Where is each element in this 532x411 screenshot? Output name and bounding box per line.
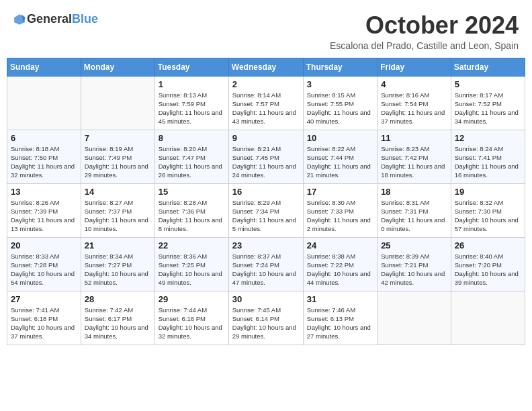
day-info: Sunrise: 8:21 AM Sunset: 7:45 PM Dayligh…: [232, 144, 300, 180]
day-info: Sunrise: 8:23 AM Sunset: 7:42 PM Dayligh…: [381, 144, 447, 180]
calendar-cell: 17Sunrise: 8:30 AM Sunset: 7:33 PM Dayli…: [303, 183, 377, 237]
day-number: 18: [381, 187, 447, 197]
day-number: 23: [232, 240, 300, 250]
calendar-table: SundayMondayTuesdayWednesdayThursdayFrid…: [7, 58, 525, 345]
calendar-week-row: 1Sunrise: 8:13 AM Sunset: 7:59 PM Daylig…: [7, 76, 525, 130]
calendar-cell: 10Sunrise: 8:22 AM Sunset: 7:44 PM Dayli…: [303, 130, 377, 183]
page-header: GeneralBlue October 2024 Escalona del Pr…: [7, 7, 525, 54]
calendar-cell: 30Sunrise: 7:45 AM Sunset: 6:14 PM Dayli…: [228, 291, 303, 345]
day-number: 27: [11, 294, 77, 304]
calendar-header-row: SundayMondayTuesdayWednesdayThursdayFrid…: [7, 58, 525, 76]
day-number: 31: [307, 294, 373, 304]
day-number: 29: [159, 294, 225, 304]
calendar-cell: 12Sunrise: 8:24 AM Sunset: 7:41 PM Dayli…: [451, 130, 525, 183]
day-number: 22: [159, 240, 225, 250]
day-info: Sunrise: 8:30 AM Sunset: 7:33 PM Dayligh…: [307, 198, 373, 234]
day-number: 5: [455, 79, 521, 89]
column-header-wednesday: Wednesday: [228, 58, 303, 76]
column-header-monday: Monday: [81, 58, 154, 76]
day-number: 17: [307, 187, 373, 197]
day-info: Sunrise: 8:14 AM Sunset: 7:57 PM Dayligh…: [232, 91, 300, 126]
calendar-cell: 19Sunrise: 8:32 AM Sunset: 7:30 PM Dayli…: [451, 183, 525, 237]
calendar-cell: [7, 76, 81, 130]
calendar-cell: 4Sunrise: 8:16 AM Sunset: 7:54 PM Daylig…: [378, 76, 451, 130]
day-info: Sunrise: 7:46 AM Sunset: 6:13 PM Dayligh…: [307, 306, 373, 341]
calendar-cell: 1Sunrise: 8:13 AM Sunset: 7:59 PM Daylig…: [154, 76, 228, 130]
calendar-cell: 23Sunrise: 8:37 AM Sunset: 7:24 PM Dayli…: [228, 237, 303, 291]
day-info: Sunrise: 8:15 AM Sunset: 7:55 PM Dayligh…: [307, 91, 373, 126]
day-number: 19: [455, 187, 521, 197]
day-number: 26: [455, 240, 521, 250]
day-info: Sunrise: 8:28 AM Sunset: 7:36 PM Dayligh…: [159, 198, 225, 234]
day-number: 30: [232, 294, 300, 304]
day-info: Sunrise: 8:18 AM Sunset: 7:50 PM Dayligh…: [11, 144, 77, 180]
day-number: 6: [11, 133, 77, 143]
day-number: 4: [381, 79, 447, 89]
day-number: 10: [307, 133, 373, 143]
day-info: Sunrise: 8:13 AM Sunset: 7:59 PM Dayligh…: [159, 91, 225, 126]
day-number: 15: [159, 187, 225, 197]
day-number: 16: [232, 187, 300, 197]
calendar-cell: 25Sunrise: 8:39 AM Sunset: 7:21 PM Dayli…: [378, 237, 451, 291]
day-info: Sunrise: 8:32 AM Sunset: 7:30 PM Dayligh…: [455, 198, 521, 234]
logo-icon: [13, 13, 26, 26]
column-header-friday: Friday: [378, 58, 451, 76]
calendar-cell: 14Sunrise: 8:27 AM Sunset: 7:37 PM Dayli…: [81, 183, 154, 237]
month-title: October 2024: [330, 12, 519, 39]
day-number: 1: [159, 79, 225, 89]
calendar-cell: 21Sunrise: 8:34 AM Sunset: 7:27 PM Dayli…: [81, 237, 154, 291]
calendar-cell: 29Sunrise: 7:44 AM Sunset: 6:16 PM Dayli…: [154, 291, 228, 345]
day-info: Sunrise: 8:22 AM Sunset: 7:44 PM Dayligh…: [307, 144, 373, 180]
location-subtitle: Escalona del Prado, Castille and Leon, S…: [330, 40, 519, 51]
calendar-cell: 11Sunrise: 8:23 AM Sunset: 7:42 PM Dayli…: [378, 130, 451, 183]
day-number: 8: [159, 133, 225, 143]
day-info: Sunrise: 7:42 AM Sunset: 6:17 PM Dayligh…: [85, 306, 151, 341]
calendar-week-row: 20Sunrise: 8:33 AM Sunset: 7:28 PM Dayli…: [7, 237, 525, 291]
day-info: Sunrise: 8:40 AM Sunset: 7:20 PM Dayligh…: [455, 252, 521, 287]
day-info: Sunrise: 8:20 AM Sunset: 7:47 PM Dayligh…: [159, 144, 225, 180]
day-info: Sunrise: 8:36 AM Sunset: 7:25 PM Dayligh…: [159, 252, 225, 287]
day-info: Sunrise: 8:29 AM Sunset: 7:34 PM Dayligh…: [232, 198, 300, 234]
day-info: Sunrise: 8:31 AM Sunset: 7:31 PM Dayligh…: [381, 198, 447, 234]
column-header-saturday: Saturday: [451, 58, 525, 76]
logo: GeneralBlue: [13, 12, 98, 26]
day-info: Sunrise: 8:38 AM Sunset: 7:22 PM Dayligh…: [307, 252, 373, 287]
day-info: Sunrise: 8:26 AM Sunset: 7:39 PM Dayligh…: [11, 198, 77, 234]
calendar-cell: 9Sunrise: 8:21 AM Sunset: 7:45 PM Daylig…: [228, 130, 303, 183]
day-info: Sunrise: 8:34 AM Sunset: 7:27 PM Dayligh…: [85, 252, 151, 287]
column-header-tuesday: Tuesday: [154, 58, 228, 76]
calendar-cell: 20Sunrise: 8:33 AM Sunset: 7:28 PM Dayli…: [7, 237, 81, 291]
day-number: 9: [232, 133, 300, 143]
day-number: 25: [381, 240, 447, 250]
day-number: 13: [11, 187, 77, 197]
day-info: Sunrise: 8:37 AM Sunset: 7:24 PM Dayligh…: [232, 252, 300, 287]
day-number: 2: [232, 79, 300, 89]
calendar-cell: 26Sunrise: 8:40 AM Sunset: 7:20 PM Dayli…: [451, 237, 525, 291]
day-info: Sunrise: 7:45 AM Sunset: 6:14 PM Dayligh…: [232, 306, 300, 341]
day-number: 12: [455, 133, 521, 143]
day-number: 3: [307, 79, 373, 89]
calendar-cell: 8Sunrise: 8:20 AM Sunset: 7:47 PM Daylig…: [154, 130, 228, 183]
column-header-sunday: Sunday: [7, 58, 81, 76]
day-number: 28: [85, 294, 151, 304]
calendar-cell: 3Sunrise: 8:15 AM Sunset: 7:55 PM Daylig…: [303, 76, 377, 130]
calendar-cell: 15Sunrise: 8:28 AM Sunset: 7:36 PM Dayli…: [154, 183, 228, 237]
day-number: 24: [307, 240, 373, 250]
day-number: 7: [85, 133, 151, 143]
day-info: Sunrise: 8:39 AM Sunset: 7:21 PM Dayligh…: [381, 252, 447, 287]
calendar-cell: 5Sunrise: 8:17 AM Sunset: 7:52 PM Daylig…: [451, 76, 525, 130]
calendar-cell: [81, 76, 154, 130]
calendar-cell: 24Sunrise: 8:38 AM Sunset: 7:22 PM Dayli…: [303, 237, 377, 291]
day-info: Sunrise: 8:17 AM Sunset: 7:52 PM Dayligh…: [455, 91, 521, 126]
calendar-cell: 22Sunrise: 8:36 AM Sunset: 7:25 PM Dayli…: [154, 237, 228, 291]
calendar-cell: [378, 291, 451, 345]
day-number: 21: [85, 240, 151, 250]
day-info: Sunrise: 8:27 AM Sunset: 7:37 PM Dayligh…: [85, 198, 151, 234]
day-info: Sunrise: 7:41 AM Sunset: 6:18 PM Dayligh…: [11, 306, 77, 341]
calendar-week-row: 13Sunrise: 8:26 AM Sunset: 7:39 PM Dayli…: [7, 183, 525, 237]
calendar-cell: 31Sunrise: 7:46 AM Sunset: 6:13 PM Dayli…: [303, 291, 377, 345]
calendar-cell: 28Sunrise: 7:42 AM Sunset: 6:17 PM Dayli…: [81, 291, 154, 345]
logo-blue-text: Blue: [72, 12, 98, 26]
calendar-cell: [451, 291, 525, 345]
calendar-cell: 6Sunrise: 8:18 AM Sunset: 7:50 PM Daylig…: [7, 130, 81, 183]
